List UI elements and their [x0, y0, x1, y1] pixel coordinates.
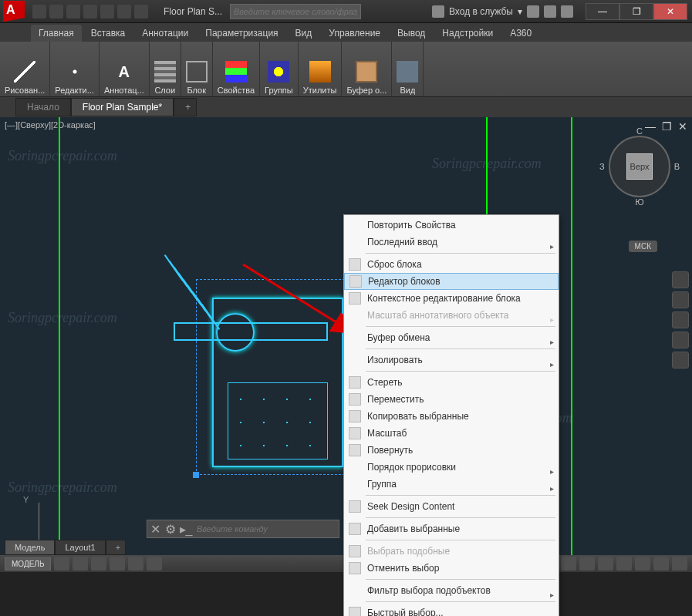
- tab-view[interactable]: Вид: [288, 25, 320, 42]
- vp-min-icon[interactable]: —: [645, 120, 656, 133]
- status-ortho-icon[interactable]: [91, 557, 106, 571]
- doctab-start[interactable]: Начало: [15, 98, 71, 116]
- panel-annotation[interactable]: AАннотац...: [100, 42, 150, 96]
- command-input[interactable]: [194, 524, 339, 534]
- ctx-rotate[interactable]: Повернуть: [344, 442, 559, 459]
- panel-view[interactable]: Вид: [392, 42, 424, 96]
- viewcube-w[interactable]: З: [599, 162, 605, 171]
- close-button[interactable]: ✕: [653, 3, 687, 20]
- tab-manage[interactable]: Управление: [321, 25, 388, 42]
- status-hwaccel-icon[interactable]: [616, 557, 632, 571]
- qat-saveas-icon[interactable]: [83, 5, 97, 19]
- ctx-scale[interactable]: Масштаб: [344, 425, 559, 442]
- wheel-icon[interactable]: [672, 271, 689, 288]
- status-grid-icon[interactable]: [54, 557, 69, 571]
- panel-groups[interactable]: Группы: [260, 42, 299, 96]
- signin-link[interactable]: Вход в службы: [449, 6, 513, 17]
- tab-addins[interactable]: Надстройки: [434, 25, 501, 42]
- ctx-repeat[interactable]: Повторить Свойства: [344, 217, 559, 234]
- grip-handle[interactable]: [193, 472, 199, 478]
- ctx-recent[interactable]: Последний ввод: [344, 234, 559, 251]
- ctx-isolate[interactable]: Изолировать: [344, 352, 559, 369]
- status-snap-icon[interactable]: [73, 557, 88, 571]
- status-isolate-icon[interactable]: [635, 557, 650, 571]
- door-block[interactable]: [212, 290, 343, 467]
- viewport-label[interactable]: [—][Сверху][2D-каркас]: [5, 120, 96, 130]
- panel-draw[interactable]: Рисован...: [0, 42, 50, 96]
- qat-new-icon[interactable]: [32, 5, 46, 19]
- ctx-group[interactable]: Группа: [344, 476, 559, 493]
- ctx-seek[interactable]: Seek Design Content: [344, 498, 559, 515]
- status-annoscale-icon[interactable]: [561, 557, 576, 571]
- ctx-deselect[interactable]: Отменить выбор: [344, 560, 559, 577]
- viewcube[interactable]: Верх С Ю В З: [609, 136, 670, 197]
- user-icon[interactable]: [432, 5, 444, 18]
- a360-icon[interactable]: [544, 5, 556, 18]
- tab-a360[interactable]: A360: [502, 25, 539, 42]
- viewcube-s[interactable]: Ю: [635, 197, 643, 207]
- tab-parametric[interactable]: Параметризация: [197, 25, 285, 42]
- ctx-quick-select[interactable]: Быстрый выбор...: [344, 604, 559, 616]
- tab-home[interactable]: Главная: [31, 25, 82, 42]
- status-model[interactable]: МОДЕЛЬ: [5, 557, 51, 571]
- viewcube-n[interactable]: С: [636, 126, 643, 136]
- status-workspace-icon[interactable]: [579, 557, 595, 571]
- status-cleanscreen-icon[interactable]: [653, 557, 669, 571]
- ctx-add-selected[interactable]: Добавить выбранные: [344, 520, 559, 537]
- search-input[interactable]: [230, 4, 361, 19]
- tab-annotate[interactable]: Аннотации: [134, 25, 196, 42]
- maximize-button[interactable]: ❐: [619, 3, 653, 20]
- ctx-move[interactable]: Переместить: [344, 391, 559, 408]
- qat-redo-icon[interactable]: [134, 5, 148, 19]
- help-icon[interactable]: [561, 5, 573, 18]
- panel-properties[interactable]: Свойства: [213, 42, 260, 96]
- command-line[interactable]: ✕ ⚙ ▸_: [147, 520, 339, 538]
- layout-layout1[interactable]: Layout1: [55, 540, 105, 555]
- ctx-reset-block[interactable]: Сброс блока: [344, 256, 559, 273]
- status-osnap-icon[interactable]: [128, 557, 143, 571]
- tab-output[interactable]: Вывод: [390, 25, 433, 42]
- showmotion-icon[interactable]: [672, 352, 689, 369]
- cmd-config-icon[interactable]: ⚙: [163, 522, 178, 537]
- status-polar-icon[interactable]: [110, 557, 125, 571]
- panel-block[interactable]: Блок: [181, 42, 213, 96]
- qat-open-icon[interactable]: [49, 5, 63, 19]
- ctx-copy[interactable]: Копировать выбранные: [344, 408, 559, 425]
- minimize-button[interactable]: —: [586, 3, 619, 20]
- status-otrack-icon[interactable]: [147, 557, 162, 571]
- wcs-badge[interactable]: МСК: [629, 241, 657, 252]
- ctx-edit-inplace[interactable]: Контекстное редактирование блока: [344, 290, 559, 307]
- ctx-block-editor[interactable]: Редактор блоков: [344, 273, 559, 290]
- ctx-erase[interactable]: Стереть: [344, 374, 559, 391]
- panel-utilities[interactable]: Утилиты: [299, 42, 343, 96]
- qat-save-icon[interactable]: [66, 5, 80, 19]
- panel-modify[interactable]: Редакти...: [50, 42, 100, 96]
- text-icon: A: [113, 61, 135, 82]
- cmd-handle-icon[interactable]: ✕: [147, 522, 163, 537]
- ctx-clipboard[interactable]: Буфер обмена: [344, 329, 559, 346]
- orbit-icon[interactable]: [672, 332, 689, 348]
- panel-clipboard[interactable]: Буфер о...: [342, 42, 392, 96]
- panel-layers[interactable]: Слои: [150, 42, 181, 96]
- ctx-subobject-filter[interactable]: Фильтр выбора подобъектов: [344, 582, 559, 599]
- qat-undo-icon[interactable]: [117, 5, 131, 19]
- vp-max-icon[interactable]: ❐: [662, 120, 672, 133]
- zoom-icon[interactable]: [672, 311, 689, 328]
- doctab-active[interactable]: Floor Plan Sample*: [71, 98, 174, 116]
- doctab-add[interactable]: +: [174, 98, 197, 116]
- status-customize-icon[interactable]: [672, 557, 687, 571]
- status-lock-icon[interactable]: [598, 557, 613, 571]
- app-logo[interactable]: [3, 1, 25, 22]
- ctx-anno-scale: Масштаб аннотативного объекта: [344, 307, 559, 324]
- exchange-icon[interactable]: [527, 5, 539, 18]
- pan-icon[interactable]: [672, 291, 689, 308]
- layout-add[interactable]: +: [106, 540, 126, 555]
- viewcube-e[interactable]: В: [674, 162, 680, 171]
- qat-plot-icon[interactable]: [100, 5, 114, 19]
- ctx-draworder[interactable]: Порядок прорисовки: [344, 459, 559, 476]
- tab-insert[interactable]: Вставка: [83, 25, 133, 42]
- ribbon: Рисован... Редакти... AАннотац... Слои Б…: [0, 42, 692, 97]
- vp-close-icon[interactable]: ✕: [678, 120, 687, 133]
- layout-model[interactable]: Модель: [5, 540, 55, 555]
- viewcube-top[interactable]: Верх: [626, 153, 653, 180]
